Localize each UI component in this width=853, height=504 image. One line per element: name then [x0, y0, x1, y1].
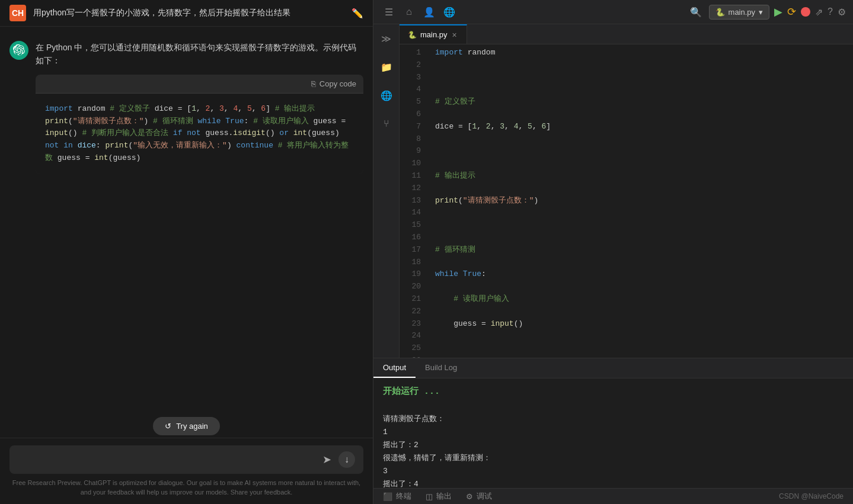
- sidebar-git-button[interactable]: ⑂: [377, 114, 396, 133]
- terminal-item[interactable]: ⬛ 终端: [383, 491, 411, 502]
- output-start-line: 开始运行 ...: [383, 384, 844, 400]
- refresh-icon: ↺: [165, 422, 171, 431]
- share-button[interactable]: ⇗: [815, 7, 823, 18]
- tab-label: main.py: [420, 30, 448, 39]
- tab-close-button[interactable]: ×: [451, 31, 458, 39]
- output-content: 开始运行 ... 请猜测骰子点数： 1 摇出了：2 很遗憾，猜错了，请重新猜测：…: [373, 378, 853, 488]
- try-again-button[interactable]: ↺ Try again: [153, 417, 220, 435]
- send-button[interactable]: ➤: [322, 453, 331, 466]
- run-button[interactable]: ▶: [774, 5, 782, 18]
- settings-button[interactable]: ⚙: [838, 7, 846, 18]
- output-line: 1: [383, 426, 844, 439]
- output-line: 摇出了：2: [383, 439, 844, 452]
- help-button[interactable]: ?: [828, 7, 833, 17]
- python-file-icon: 🐍: [408, 31, 417, 39]
- chat-text: 在 Python 中，您可以通过使用随机数和循环语句来实现摇骰子猜数字的游戏。示…: [36, 41, 363, 68]
- terminal-label: 终端: [396, 491, 411, 502]
- scroll-down-button[interactable]: ↓: [338, 451, 355, 468]
- output-icon: ◫: [426, 492, 433, 501]
- logo-badge: CH: [9, 5, 26, 21]
- chevron-down-icon: ▾: [759, 8, 763, 17]
- edit-button[interactable]: ✏️: [352, 8, 363, 19]
- output-line: 很遗憾，猜错了，请重新猜测：: [383, 452, 844, 465]
- output-item[interactable]: ◫ 输出: [426, 491, 452, 502]
- output-line: 3: [383, 465, 844, 478]
- search-icon[interactable]: 🔍: [688, 4, 704, 20]
- stop-button[interactable]: [801, 7, 810, 17]
- chat-input[interactable]: [18, 455, 318, 464]
- file-selector-label: main.py: [729, 8, 756, 17]
- hamburger-icon[interactable]: ☰: [381, 4, 397, 20]
- output-tab[interactable]: Output: [373, 358, 416, 378]
- watermark: CSDN @NaiveCode: [779, 492, 844, 500]
- code-block-container: ⎘ Copy code import random # 定义骰子 dice = …: [36, 75, 363, 174]
- chat-code-block: import random # 定义骰子 dice = [1, 2, 3, 4,…: [36, 94, 363, 174]
- copy-icon: ⎘: [311, 79, 316, 88]
- copy-code-button[interactable]: ⎘ Copy code: [311, 79, 356, 88]
- build-log-tab[interactable]: Build Log: [416, 358, 467, 378]
- copy-label: Copy code: [320, 79, 356, 88]
- reload-button[interactable]: ⟳: [787, 5, 796, 18]
- file-selector[interactable]: 🐍 main.py ▾: [709, 5, 770, 20]
- output-line: 摇出了：4: [383, 478, 844, 488]
- try-again-label: Try again: [176, 422, 208, 431]
- terminal-icon: ⬛: [383, 492, 392, 501]
- home-icon[interactable]: ⌂: [401, 4, 417, 20]
- line-numbers: 12345 678910 1112131415 1617181920 21222…: [400, 44, 428, 358]
- sidebar-web-button[interactable]: 🌐: [377, 86, 396, 105]
- file-icon: 🐍: [715, 8, 725, 17]
- avatar: [9, 41, 28, 60]
- editor-code[interactable]: import random # 定义骰子 dice = [1, 2, 3, 4,…: [428, 44, 853, 358]
- debug-item[interactable]: ⚙ 调试: [466, 491, 492, 502]
- globe-icon[interactable]: 🌐: [441, 4, 458, 20]
- output-label: 输出: [436, 491, 452, 502]
- sidebar-expand-button[interactable]: ≫: [377, 29, 396, 48]
- chat-response: 在 Python 中，您可以通过使用随机数和循环语句来实现摇骰子猜数字的游戏。示…: [36, 41, 363, 174]
- output-line: [383, 400, 844, 413]
- debug-icon: ⚙: [466, 492, 473, 501]
- footer-text: Free Research Preview. ChatGPT is optimi…: [9, 474, 363, 497]
- debug-label: 调试: [477, 491, 492, 502]
- user-icon[interactable]: 👤: [421, 4, 437, 20]
- prompt-title: 用python写一个摇骰子的小游戏，先猜数字，然后开始摇骰子给出结果: [33, 8, 344, 18]
- output-line: 请猜测骰子点数：: [383, 413, 844, 426]
- tab-main-py[interactable]: 🐍 main.py ×: [400, 24, 467, 44]
- sidebar-files-button[interactable]: 📁: [377, 57, 396, 76]
